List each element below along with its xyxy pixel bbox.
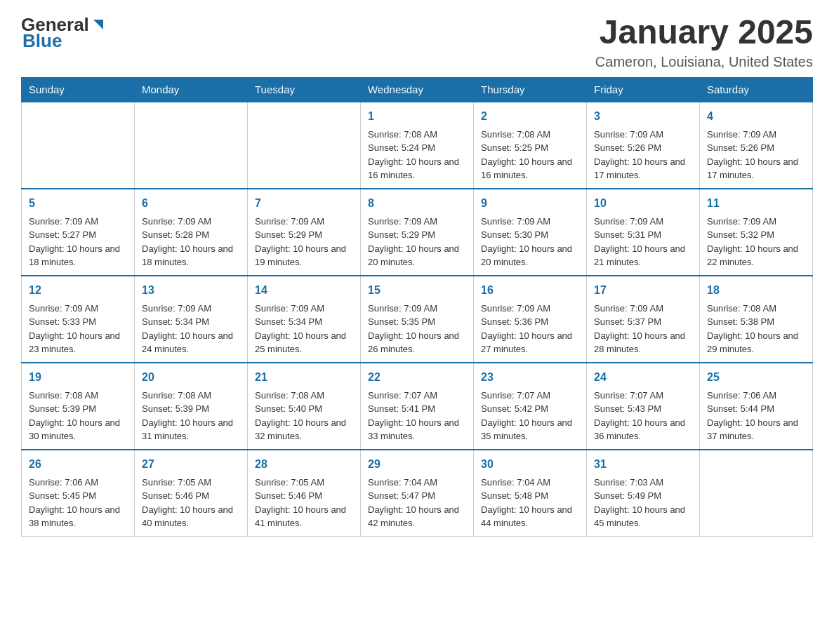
day-of-week-header: Thursday — [474, 77, 587, 102]
main-title: January 2025 — [595, 14, 813, 51]
day-of-week-header: Monday — [135, 77, 248, 102]
title-block: January 2025 Cameron, Louisiana, United … — [595, 14, 813, 70]
day-number: 20 — [142, 369, 240, 386]
calendar-cell: 31Sunrise: 7:03 AMSunset: 5:49 PMDayligh… — [587, 450, 700, 537]
day-info: Sunrise: 7:08 AMSunset: 5:38 PMDaylight:… — [707, 302, 805, 356]
calendar-cell: 8Sunrise: 7:09 AMSunset: 5:29 PMDaylight… — [361, 189, 474, 276]
day-info: Sunrise: 7:05 AMSunset: 5:46 PMDaylight:… — [142, 476, 240, 530]
day-info: Sunrise: 7:06 AMSunset: 5:44 PMDaylight:… — [707, 389, 805, 443]
day-number: 23 — [481, 369, 579, 386]
day-info: Sunrise: 7:08 AMSunset: 5:25 PMDaylight:… — [481, 128, 579, 182]
calendar-cell — [248, 102, 361, 189]
day-number: 11 — [707, 195, 805, 212]
logo: General Blue — [21, 14, 106, 52]
day-number: 14 — [255, 282, 353, 299]
calendar-cell: 6Sunrise: 7:09 AMSunset: 5:28 PMDaylight… — [135, 189, 248, 276]
day-info: Sunrise: 7:09 AMSunset: 5:30 PMDaylight:… — [481, 215, 579, 269]
days-of-week-row: SundayMondayTuesdayWednesdayThursdayFrid… — [22, 77, 813, 102]
day-of-week-header: Wednesday — [361, 77, 474, 102]
calendar-cell: 4Sunrise: 7:09 AMSunset: 5:26 PMDaylight… — [700, 102, 813, 189]
logo-blue: Blue — [22, 30, 62, 52]
day-number: 5 — [29, 195, 127, 212]
calendar-cell — [22, 102, 135, 189]
day-number: 12 — [29, 282, 127, 299]
day-number: 8 — [368, 195, 466, 212]
day-info: Sunrise: 7:09 AMSunset: 5:29 PMDaylight:… — [368, 215, 466, 269]
calendar-cell: 29Sunrise: 7:04 AMSunset: 5:47 PMDayligh… — [361, 450, 474, 537]
day-number: 29 — [368, 456, 466, 473]
day-info: Sunrise: 7:09 AMSunset: 5:31 PMDaylight:… — [594, 215, 692, 269]
day-number: 6 — [142, 195, 240, 212]
day-info: Sunrise: 7:05 AMSunset: 5:46 PMDaylight:… — [255, 476, 353, 530]
calendar-cell: 18Sunrise: 7:08 AMSunset: 5:38 PMDayligh… — [700, 276, 813, 363]
calendar-cell: 21Sunrise: 7:08 AMSunset: 5:40 PMDayligh… — [248, 363, 361, 450]
day-number: 2 — [481, 108, 579, 125]
day-of-week-header: Friday — [587, 77, 700, 102]
day-info: Sunrise: 7:03 AMSunset: 5:49 PMDaylight:… — [594, 476, 692, 530]
calendar-week-row: 19Sunrise: 7:08 AMSunset: 5:39 PMDayligh… — [22, 363, 813, 450]
day-info: Sunrise: 7:08 AMSunset: 5:24 PMDaylight:… — [368, 128, 466, 182]
day-number: 18 — [707, 282, 805, 299]
day-info: Sunrise: 7:09 AMSunset: 5:26 PMDaylight:… — [707, 128, 805, 182]
calendar-cell: 25Sunrise: 7:06 AMSunset: 5:44 PMDayligh… — [700, 363, 813, 450]
calendar-cell: 15Sunrise: 7:09 AMSunset: 5:35 PMDayligh… — [361, 276, 474, 363]
day-info: Sunrise: 7:08 AMSunset: 5:39 PMDaylight:… — [29, 389, 127, 443]
calendar-week-row: 1Sunrise: 7:08 AMSunset: 5:24 PMDaylight… — [22, 102, 813, 189]
subtitle: Cameron, Louisiana, United States — [595, 54, 813, 70]
day-number: 16 — [481, 282, 579, 299]
calendar-cell — [135, 102, 248, 189]
day-info: Sunrise: 7:09 AMSunset: 5:29 PMDaylight:… — [255, 215, 353, 269]
calendar-cell — [700, 450, 813, 537]
calendar-cell: 24Sunrise: 7:07 AMSunset: 5:43 PMDayligh… — [587, 363, 700, 450]
day-info: Sunrise: 7:09 AMSunset: 5:34 PMDaylight:… — [255, 302, 353, 356]
day-info: Sunrise: 7:09 AMSunset: 5:35 PMDaylight:… — [368, 302, 466, 356]
calendar-cell: 17Sunrise: 7:09 AMSunset: 5:37 PMDayligh… — [587, 276, 700, 363]
day-number: 7 — [255, 195, 353, 212]
day-info: Sunrise: 7:07 AMSunset: 5:42 PMDaylight:… — [481, 389, 579, 443]
calendar-cell: 11Sunrise: 7:09 AMSunset: 5:32 PMDayligh… — [700, 189, 813, 276]
calendar-cell: 1Sunrise: 7:08 AMSunset: 5:24 PMDaylight… — [361, 102, 474, 189]
day-info: Sunrise: 7:08 AMSunset: 5:39 PMDaylight:… — [142, 389, 240, 443]
day-number: 24 — [594, 369, 692, 386]
day-number: 1 — [368, 108, 466, 125]
calendar-cell: 20Sunrise: 7:08 AMSunset: 5:39 PMDayligh… — [135, 363, 248, 450]
day-number: 10 — [594, 195, 692, 212]
calendar-week-row: 5Sunrise: 7:09 AMSunset: 5:27 PMDaylight… — [22, 189, 813, 276]
day-number: 30 — [481, 456, 579, 473]
calendar-cell: 3Sunrise: 7:09 AMSunset: 5:26 PMDaylight… — [587, 102, 700, 189]
calendar-cell: 19Sunrise: 7:08 AMSunset: 5:39 PMDayligh… — [22, 363, 135, 450]
day-info: Sunrise: 7:09 AMSunset: 5:33 PMDaylight:… — [29, 302, 127, 356]
calendar-cell: 28Sunrise: 7:05 AMSunset: 5:46 PMDayligh… — [248, 450, 361, 537]
day-number: 15 — [368, 282, 466, 299]
calendar-cell: 16Sunrise: 7:09 AMSunset: 5:36 PMDayligh… — [474, 276, 587, 363]
day-number: 21 — [255, 369, 353, 386]
calendar-cell: 14Sunrise: 7:09 AMSunset: 5:34 PMDayligh… — [248, 276, 361, 363]
day-number: 25 — [707, 369, 805, 386]
calendar-cell: 10Sunrise: 7:09 AMSunset: 5:31 PMDayligh… — [587, 189, 700, 276]
day-info: Sunrise: 7:09 AMSunset: 5:28 PMDaylight:… — [142, 215, 240, 269]
day-info: Sunrise: 7:07 AMSunset: 5:43 PMDaylight:… — [594, 389, 692, 443]
calendar-cell: 5Sunrise: 7:09 AMSunset: 5:27 PMDaylight… — [22, 189, 135, 276]
day-info: Sunrise: 7:09 AMSunset: 5:34 PMDaylight:… — [142, 302, 240, 356]
day-number: 26 — [29, 456, 127, 473]
calendar-cell: 27Sunrise: 7:05 AMSunset: 5:46 PMDayligh… — [135, 450, 248, 537]
calendar-cell: 9Sunrise: 7:09 AMSunset: 5:30 PMDaylight… — [474, 189, 587, 276]
calendar-week-row: 26Sunrise: 7:06 AMSunset: 5:45 PMDayligh… — [22, 450, 813, 537]
calendar-cell: 26Sunrise: 7:06 AMSunset: 5:45 PMDayligh… — [22, 450, 135, 537]
day-number: 13 — [142, 282, 240, 299]
day-of-week-header: Saturday — [700, 77, 813, 102]
day-number: 4 — [707, 108, 805, 125]
day-number: 22 — [368, 369, 466, 386]
calendar-cell: 2Sunrise: 7:08 AMSunset: 5:25 PMDaylight… — [474, 102, 587, 189]
day-number: 28 — [255, 456, 353, 473]
calendar-body: 1Sunrise: 7:08 AMSunset: 5:24 PMDaylight… — [22, 102, 813, 537]
day-info: Sunrise: 7:06 AMSunset: 5:45 PMDaylight:… — [29, 476, 127, 530]
calendar-cell: 23Sunrise: 7:07 AMSunset: 5:42 PMDayligh… — [474, 363, 587, 450]
day-number: 9 — [481, 195, 579, 212]
day-number: 3 — [594, 108, 692, 125]
day-of-week-header: Tuesday — [248, 77, 361, 102]
calendar-cell: 13Sunrise: 7:09 AMSunset: 5:34 PMDayligh… — [135, 276, 248, 363]
day-number: 19 — [29, 369, 127, 386]
logo-arrow-icon — [91, 18, 106, 34]
day-info: Sunrise: 7:07 AMSunset: 5:41 PMDaylight:… — [368, 389, 466, 443]
